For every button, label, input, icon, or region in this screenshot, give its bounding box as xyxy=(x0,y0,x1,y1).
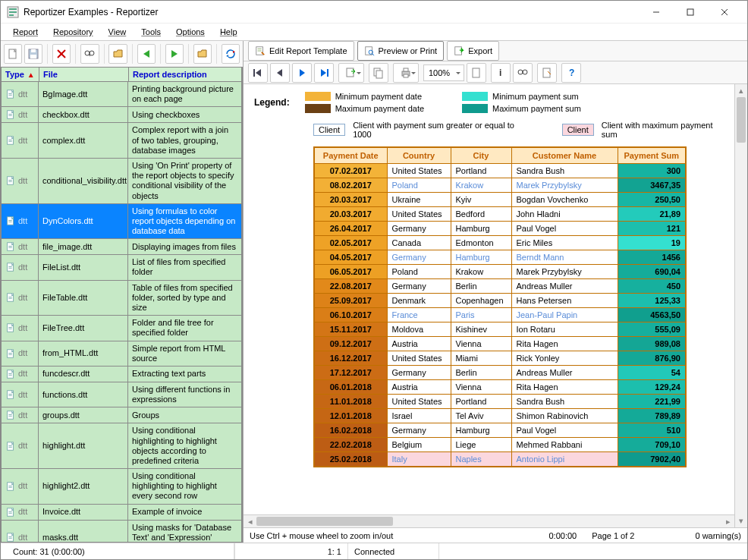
cell-type: dtt xyxy=(2,316,39,340)
grid-body[interactable]: dtt BgImage.dtt Printing background pict… xyxy=(1,81,243,543)
grid-row[interactable]: dtt funcdescr.dtt Extracting text parts xyxy=(2,367,242,382)
svg-rect-33 xyxy=(8,246,11,247)
table-row: 22.08.2017 Germany Berlin Andreas Muller… xyxy=(314,279,686,294)
col-type[interactable]: Type▲ xyxy=(2,68,39,81)
prev-button[interactable] xyxy=(137,44,156,64)
vscroll-thumb[interactable] xyxy=(737,97,746,143)
svg-rect-39 xyxy=(8,297,11,298)
menu-help[interactable]: Help xyxy=(212,26,245,38)
svg-text:?: ? xyxy=(569,68,574,78)
grid-row[interactable]: dtt groups.dtt Groups xyxy=(2,407,242,423)
cell-file: FileList.dtt xyxy=(39,255,128,279)
hscroll-thumb[interactable] xyxy=(256,517,393,526)
help-button[interactable]: ? xyxy=(561,63,581,83)
col-desc[interactable]: Report description xyxy=(129,68,242,81)
prev-page-button[interactable] xyxy=(270,63,290,83)
status-warnings: 0 warning(s) xyxy=(695,531,741,540)
grid-row[interactable]: dtt complex.dtt Complex report with a jo… xyxy=(2,123,242,159)
svg-rect-79 xyxy=(327,69,328,77)
tab-edit-template[interactable]: Edit Report Template xyxy=(248,41,354,61)
refresh-button[interactable] xyxy=(222,44,240,64)
cell-desc: Using formulas to color report objects d… xyxy=(128,204,242,239)
table-row: 06.01.2018 Austria Vienna Rita Hagen 129… xyxy=(314,380,686,395)
grid-row[interactable]: dtt Invoice.dtt Example of invoice xyxy=(2,505,242,521)
new-button[interactable] xyxy=(4,44,22,64)
delete-button[interactable] xyxy=(52,44,71,64)
grid-row[interactable]: dtt highlight2.dtt Using conditional hig… xyxy=(2,469,242,505)
table-row: 07.02.2017 United States Portland Sandra… xyxy=(314,164,686,178)
svg-rect-66 xyxy=(8,537,11,538)
svg-rect-82 xyxy=(376,71,382,78)
cell-file: conditional_visibility.dtt xyxy=(39,159,128,203)
svg-rect-54 xyxy=(8,414,11,415)
swatch-max-date xyxy=(305,104,331,113)
minimize-button[interactable] xyxy=(639,1,673,24)
cell-type: dtt xyxy=(2,341,39,366)
grid-row[interactable]: dtt highlight.dtt Using conditional high… xyxy=(2,423,242,469)
hscroll-left[interactable]: ◂ xyxy=(244,515,256,528)
vscrollbar[interactable]: ▴ ▾ xyxy=(734,84,747,527)
tab-preview[interactable]: Preview or Print xyxy=(357,41,445,61)
grid-row[interactable]: dtt functions.dtt Using different functi… xyxy=(2,382,242,407)
zoom-combo[interactable]: 100% xyxy=(423,64,464,81)
menu-tools[interactable]: Tools xyxy=(134,26,168,38)
info-button[interactable]: i xyxy=(491,63,511,83)
find-button2[interactable] xyxy=(513,63,533,83)
grid-row[interactable]: dtt BgImage.dtt Printing background pict… xyxy=(2,82,242,107)
sort-asc-icon: ▲ xyxy=(27,71,35,79)
menu-view[interactable]: View xyxy=(101,26,134,38)
grid-row[interactable]: dtt conditional_visibility.dtt Using 'On… xyxy=(2,159,242,204)
grid-row[interactable]: dtt FileList.dtt List of files from spec… xyxy=(2,255,242,280)
grid-row[interactable]: dtt DynColors.dtt Using formulas to colo… xyxy=(2,204,242,240)
hscrollbar[interactable]: ◂ ▸ xyxy=(244,514,734,527)
legend-label: Legend: xyxy=(254,97,297,108)
menu-report[interactable]: Report xyxy=(5,26,46,38)
print-drop-button[interactable] xyxy=(393,63,419,83)
status-time: 0:00:00 xyxy=(548,531,577,540)
cell-type: dtt xyxy=(2,107,39,122)
save-button[interactable] xyxy=(24,44,42,64)
svg-rect-57 xyxy=(8,445,11,446)
menu-options[interactable]: Options xyxy=(168,26,212,38)
next-page-button[interactable] xyxy=(292,63,312,83)
grid-row[interactable]: dtt masks.dtt Using masks for 'Database … xyxy=(2,521,242,543)
table-row: 06.10.2017 France Paris Jean-Paul Papin … xyxy=(314,308,686,322)
vscroll-up[interactable]: ▴ xyxy=(735,84,747,97)
page-setup-button[interactable] xyxy=(467,63,486,83)
hscroll-right[interactable]: ▸ xyxy=(721,515,734,528)
find-button[interactable] xyxy=(80,44,99,64)
tab-export[interactable]: Export xyxy=(447,41,499,61)
svg-rect-31 xyxy=(8,222,11,222)
col-file[interactable]: File xyxy=(39,68,129,81)
table-row: 12.01.2018 Israel Tel Aviv Shimon Rabino… xyxy=(314,409,686,423)
cell-file: masks.dtt xyxy=(39,521,128,543)
preview-area[interactable]: Legend: Minimum payment date Maximum pay… xyxy=(244,84,734,514)
script-button[interactable] xyxy=(537,63,557,83)
cell-desc: Groups xyxy=(128,407,242,423)
last-page-button[interactable] xyxy=(314,63,334,83)
grid-row[interactable]: dtt FileTable.dtt Table of files from sp… xyxy=(2,281,242,316)
grid-row[interactable]: dtt from_HTML.dtt Simple report from HTM… xyxy=(2,341,242,367)
table-row: 02.05.2017 Canada Edmonton Eric Miles 19 xyxy=(314,236,686,250)
th-cust: Customer Name xyxy=(511,147,618,164)
open2-button[interactable] xyxy=(193,44,212,64)
table-row: 26.04.2017 Germany Hamburg Paul Vogel 12… xyxy=(314,222,686,236)
vscroll-down[interactable]: ▾ xyxy=(735,514,747,527)
first-page-button[interactable] xyxy=(248,63,268,83)
maximize-button[interactable] xyxy=(673,1,707,24)
table-row: 25.09.2017 Denmark Copenhagen Hans Peter… xyxy=(314,294,686,308)
svg-rect-86 xyxy=(473,68,479,77)
export-drop-button[interactable] xyxy=(338,63,364,83)
grid-row[interactable]: dtt FileTree.dtt Folder and file tree fo… xyxy=(2,316,242,341)
grid-row[interactable]: dtt checkbox.dtt Using checkboxes xyxy=(2,107,242,123)
next-button[interactable] xyxy=(165,44,184,64)
svg-rect-80 xyxy=(347,68,354,77)
copy-button[interactable] xyxy=(369,63,388,83)
grid-row[interactable]: dtt file_image.dtt Displaying images fro… xyxy=(2,239,242,255)
menu-repository[interactable]: Repository xyxy=(46,26,101,38)
cell-file: DynColors.dtt xyxy=(39,204,128,239)
open-button[interactable] xyxy=(108,44,127,64)
close-button[interactable] xyxy=(707,1,741,24)
cell-desc: Extracting text parts xyxy=(128,367,242,382)
cell-type: dtt xyxy=(2,239,39,254)
